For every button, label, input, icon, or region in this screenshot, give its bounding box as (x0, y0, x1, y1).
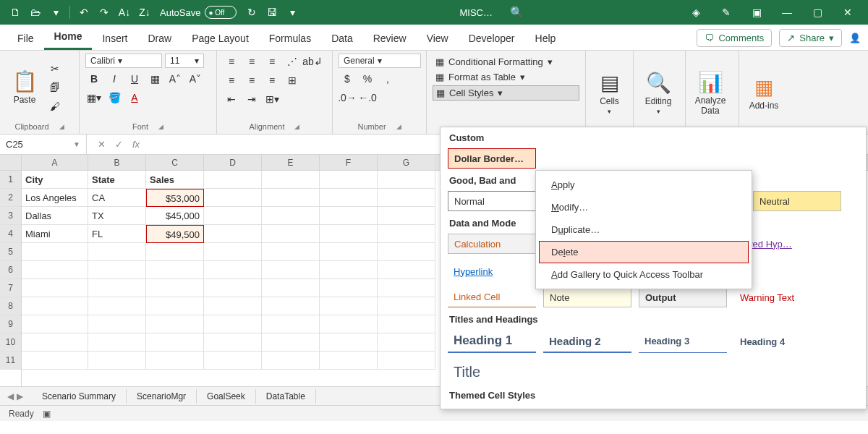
cell[interactable] (204, 279, 262, 297)
cell[interactable] (22, 315, 88, 333)
style-title[interactable]: Title (448, 360, 491, 383)
cell[interactable]: $53,000 (146, 189, 204, 207)
bold-button[interactable]: B (85, 71, 103, 87)
style-output[interactable]: Output (639, 287, 727, 307)
cell[interactable] (146, 243, 204, 261)
close-icon[interactable]: ✕ (833, 3, 862, 22)
cut-icon[interactable]: ✂ (46, 61, 64, 77)
row-header[interactable]: 8 (0, 297, 21, 315)
ctx-apply[interactable]: Apply (539, 174, 749, 196)
cell[interactable]: Miami (22, 225, 88, 243)
cell[interactable] (22, 352, 88, 370)
cell[interactable] (204, 352, 262, 370)
tab-help[interactable]: Help (525, 27, 566, 50)
cell[interactable] (262, 279, 320, 297)
cell[interactable] (320, 189, 378, 207)
cell[interactable] (204, 333, 262, 352)
cell[interactable]: CA (88, 189, 146, 207)
merge-icon[interactable]: ⊞ (284, 72, 301, 88)
cell[interactable] (262, 315, 320, 333)
cell[interactable]: Dallas (22, 207, 88, 225)
cell[interactable] (88, 315, 146, 333)
cell[interactable] (262, 297, 320, 315)
cell[interactable] (262, 225, 320, 243)
diamond-icon[interactable]: ◈ (681, 3, 710, 22)
copy-icon[interactable]: 🗐 (46, 80, 64, 95)
pen-icon[interactable]: ✎ (712, 3, 741, 22)
cell[interactable]: City (22, 171, 88, 189)
cell[interactable] (146, 279, 204, 297)
redo2-icon[interactable]: ↻ (242, 3, 261, 22)
cell[interactable] (320, 279, 378, 297)
style-dollar-border[interactable]: Dollar Border… (448, 148, 536, 169)
cell[interactable] (146, 315, 204, 333)
align-bottom-icon[interactable]: ≡ (263, 54, 281, 69)
cell[interactable] (378, 297, 435, 315)
align-middle-icon[interactable]: ≡ (243, 54, 260, 69)
cell[interactable] (378, 315, 435, 333)
column-header[interactable]: B (88, 155, 146, 170)
dialog-launcher-icon[interactable]: ◢ (158, 123, 163, 130)
sheet-nav-prev-icon[interactable]: ◀ (7, 391, 14, 401)
cell[interactable] (22, 297, 88, 315)
cell[interactable]: Los Angeles (22, 189, 88, 207)
style-linked-cell[interactable]: Linked Cell (448, 287, 536, 307)
merge-dd-icon[interactable]: ⊞▾ (263, 91, 281, 107)
align-left-icon[interactable]: ≡ (223, 72, 240, 88)
cell[interactable] (378, 225, 435, 243)
indent-dec-icon[interactable]: ⇤ (223, 91, 240, 107)
row-header[interactable]: 6 (0, 261, 21, 279)
comments-button[interactable]: 🗨 Comments (697, 29, 772, 47)
cell[interactable] (378, 207, 435, 225)
number-format-combo[interactable]: General▾ (339, 54, 421, 68)
cell[interactable] (320, 243, 378, 261)
style-heading-1[interactable]: Heading 1 (448, 330, 536, 353)
inc-decimal-icon[interactable]: .0→ (339, 90, 356, 106)
comma-icon[interactable]: , (379, 71, 396, 87)
column-header[interactable]: F (320, 155, 378, 170)
tab-page-layout[interactable]: Page Layout (182, 27, 259, 50)
cell[interactable] (320, 225, 378, 243)
autosave-toggle[interactable]: AutoSave ● Off (160, 6, 237, 19)
cell[interactable] (320, 207, 378, 225)
cell[interactable] (378, 243, 435, 261)
paste-button[interactable]: 📋 Paste (6, 54, 43, 121)
restore-icon[interactable]: ▢ (803, 3, 832, 22)
enter-formula-icon[interactable]: ✓ (110, 139, 127, 150)
align-right-icon[interactable]: ≡ (263, 72, 281, 88)
cell[interactable] (262, 189, 320, 207)
style-normal[interactable]: Normal (448, 191, 536, 211)
row-header[interactable]: 2 (0, 189, 21, 207)
tab-view[interactable]: View (417, 27, 459, 50)
ctx-add-to-qat[interactable]: Add Gallery to Quick Access Toolbar (539, 263, 749, 286)
column-header[interactable]: E (262, 155, 320, 170)
dialog-launcher-icon[interactable]: ◢ (396, 123, 401, 130)
cell[interactable]: TX (88, 207, 146, 225)
cell[interactable] (146, 352, 204, 370)
tab-developer[interactable]: Developer (459, 27, 525, 50)
cell[interactable] (22, 279, 88, 297)
cell[interactable] (204, 189, 262, 207)
redo-icon[interactable]: ↷ (95, 3, 114, 22)
row-header[interactable]: 4 (0, 225, 21, 243)
cell[interactable] (320, 315, 378, 333)
align-center-icon[interactable]: ≡ (243, 72, 260, 88)
cell[interactable] (146, 333, 204, 352)
cell[interactable] (320, 333, 378, 352)
sheet-tab[interactable]: GoalSeek (197, 389, 256, 404)
cell[interactable] (204, 171, 262, 189)
cell[interactable] (204, 225, 262, 243)
sheet-tab[interactable]: ScenarioMgr (127, 389, 197, 404)
column-header[interactable]: D (204, 155, 262, 170)
fx-icon[interactable]: fx (127, 139, 145, 150)
cell[interactable] (146, 297, 204, 315)
style-heading-3[interactable]: Heading 3 (639, 330, 727, 353)
search-icon[interactable]: 🔍 (510, 6, 524, 19)
minimize-icon[interactable]: — (773, 3, 801, 22)
tab-file[interactable]: File (7, 27, 44, 50)
cell[interactable] (22, 333, 88, 352)
cell[interactable]: $49,500 (146, 225, 204, 243)
cell-styles-button[interactable]: ▦ Cell Styles ▾ (433, 85, 579, 101)
cell[interactable] (262, 243, 320, 261)
cell[interactable]: State (88, 171, 146, 189)
